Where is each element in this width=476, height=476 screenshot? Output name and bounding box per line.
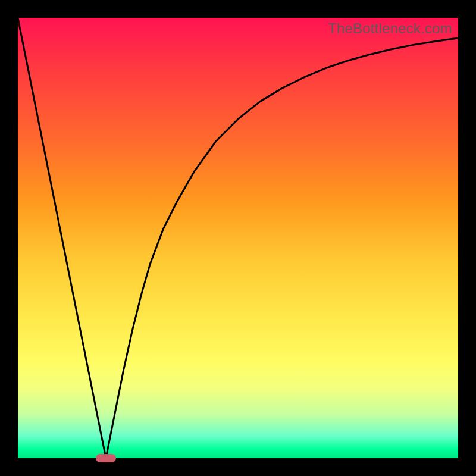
curve-svg (18, 18, 458, 458)
chart-frame: TheBottleneck.com (0, 0, 476, 476)
optimal-point-marker (96, 454, 116, 462)
bottleneck-curve (18, 18, 458, 458)
plot-area: TheBottleneck.com (18, 18, 458, 458)
